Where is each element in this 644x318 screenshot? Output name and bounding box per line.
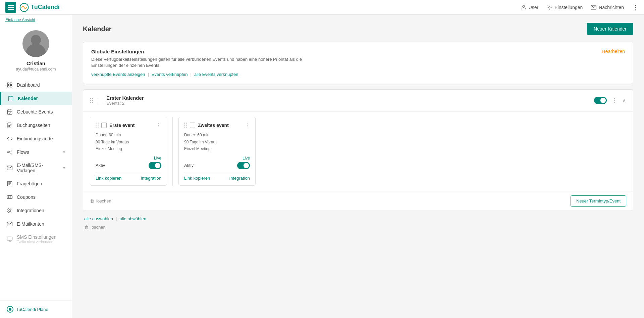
bottom-delete-button[interactable]: 🗑 löschen [84, 225, 106, 230]
sidebar-footer: TuCalendi Pläne [0, 300, 72, 318]
sidebar-nav: Dashboard Kalender Gebuchte Events [0, 78, 72, 300]
gear-icon [546, 4, 552, 10]
event-1-details: Dauer: 60 min 90 Tage im Voraus Einzel M… [96, 132, 161, 152]
sidebar-item-sms-sublabel: Twilio nicht verbunden [17, 240, 56, 244]
svg-line-31 [10, 196, 11, 198]
new-calendar-button[interactable]: Neuer Kalender [587, 23, 633, 35]
link-events-link[interactable]: Events verknüpfen [152, 72, 188, 77]
sidebar-item-email-sms[interactable]: E-Mail/SMS-Vorlagen ▾ [0, 159, 72, 177]
event-2-drag-handle[interactable] [184, 123, 187, 128]
calendar-name: Erster Kalender [106, 95, 590, 101]
sidebar-item-flows-label: Flows [17, 149, 29, 155]
sidebar-item-einbindungscode-label: Einbindungscode [17, 136, 53, 141]
sidebar-item-integrationen-label: Integrationen [17, 208, 44, 213]
global-settings-header: Globale Einstellungen Diese Verfügbarkei… [91, 49, 625, 77]
bottom-trash-icon: 🗑 [84, 225, 89, 230]
event-2-details: Dauer: 60 min 90 Tage im Voraus Einzel M… [184, 132, 250, 152]
calendar-icon [8, 95, 14, 101]
user-nav-item[interactable]: User [521, 4, 539, 10]
email-template-icon [7, 165, 13, 171]
event-1-checkbox[interactable] [101, 123, 107, 128]
messages-label: Nachrichten [599, 5, 624, 10]
sms-icon [7, 236, 13, 242]
messages-nav-item[interactable]: Nachrichten [591, 4, 624, 10]
deselect-all-link[interactable]: alle abwählen [119, 216, 146, 221]
edit-global-settings-button[interactable]: Bearbeiten [602, 49, 625, 54]
event-2-integration-link[interactable]: Integration [229, 176, 250, 181]
sidebar-item-coupons-label: Coupons [17, 194, 36, 200]
event-2-options-button[interactable]: ⋮ [245, 122, 250, 128]
event-card-1-header: Erste event ⋮ [96, 122, 161, 128]
svg-rect-8 [8, 96, 13, 101]
link-all-events-link[interactable]: alle Events verknüpfen [194, 72, 238, 77]
select-all-link[interactable]: alle auswählen [84, 216, 113, 221]
hamburger-button[interactable] [5, 2, 16, 13]
profile-email: ayuda@tucalendi.com [16, 67, 56, 72]
nav-right: User Einstellungen Nachrichten ⋮ [521, 3, 639, 11]
calendar-checkbox[interactable] [97, 98, 102, 103]
new-event-button[interactable]: Neuer Termintyp/Event [571, 195, 626, 207]
nav-left: TuCalendi [5, 2, 60, 13]
event-1-integration-link[interactable]: Integration [141, 176, 161, 181]
calendar-toggle[interactable] [594, 97, 607, 104]
svg-rect-6 [7, 86, 9, 87]
event-1-options-button[interactable]: ⋮ [156, 122, 161, 128]
sidebar-item-sms-label: SMS Einstellungen [17, 234, 56, 240]
plans-label: TuCalendi Pläne [16, 307, 48, 312]
sidebar-item-einbindungscode[interactable]: Einbindungscode [0, 132, 72, 145]
event-2-footer: Link kopieren Integration [184, 173, 250, 181]
event-1-aktiv-row: Aktiv [96, 162, 161, 169]
events-grid: Erste event ⋮ Dauer: 60 min 90 Tage im V… [90, 117, 626, 185]
event-1-link-copy[interactable]: Link kopieren [96, 176, 121, 181]
event-2-aktiv-label: Aktiv [184, 163, 194, 168]
global-settings-description: Diese Verfügbarkeitseinstellungen gelten… [91, 56, 326, 69]
sidebar-item-buchungsseiten-label: Buchungsseiten [17, 123, 50, 128]
settings-nav-item[interactable]: Einstellungen [546, 4, 583, 10]
sidebar-item-dashboard[interactable]: Dashboard [0, 78, 72, 92]
email-sms-chevron-icon: ▾ [63, 166, 65, 170]
calendar-card-header: Erster Kalender Events: 2 ⋮ ∧ [83, 90, 633, 111]
event-card-2-header: Zweites event ⋮ [184, 122, 250, 128]
sidebar-item-flows[interactable]: Flows ▾ [0, 145, 72, 159]
calendar-drag-handle[interactable] [90, 98, 93, 103]
event-2-toggle[interactable] [237, 162, 250, 169]
logo[interactable]: TuCalendi [19, 3, 60, 12]
sidebar-item-kalender[interactable]: Kalender [0, 92, 72, 105]
plans-link[interactable]: TuCalendi Pläne [7, 306, 65, 313]
view-toggle[interactable]: Einfache Ansicht [0, 15, 72, 25]
content-area: Kalender Neuer Kalender Globale Einstell… [72, 15, 644, 318]
sidebar-item-mailkonten-label: E-Mailkonten [17, 221, 44, 227]
calendar-collapse-button[interactable]: ∧ [622, 97, 626, 104]
page-header: Kalender Neuer Kalender [83, 23, 633, 35]
logo-icon [19, 3, 29, 12]
sidebar-item-buchungsseiten[interactable]: Buchungsseiten [0, 119, 72, 132]
more-options-button[interactable]: ⋮ [632, 3, 639, 11]
sidebar-item-coupons[interactable]: Coupons [0, 190, 72, 204]
calendar-options-button[interactable]: ⋮ [610, 96, 619, 105]
sidebar-item-sms-settings[interactable]: SMS Einstellungen Twilio nicht verbunden [0, 231, 72, 247]
event-1-drag-handle[interactable] [96, 123, 99, 128]
sidebar-item-integrationen[interactable]: Integrationen [0, 204, 72, 217]
event-2-link-copy[interactable]: Link kopieren [184, 176, 210, 181]
show-linked-events-link[interactable]: verknüpfte Events anzeigen [91, 72, 145, 77]
select-actions: alle auswählen | alle abwählen [84, 216, 632, 221]
event-card-1: Erste event ⋮ Dauer: 60 min 90 Tage im V… [90, 117, 167, 185]
coupon-icon [7, 194, 13, 200]
event-1-aktiv-label: Aktiv [96, 163, 105, 168]
calendar-delete-button[interactable]: 🗑 löschen [90, 198, 111, 203]
plans-dot-icon [7, 306, 13, 313]
global-settings-links: verknüpfte Events anzeigen | Events verk… [91, 72, 326, 77]
sidebar-item-mailkonten[interactable]: E-Mailkonten [0, 217, 72, 231]
event-1-toggle[interactable] [149, 162, 161, 169]
integration-icon [7, 208, 13, 214]
sidebar-item-fragebögen[interactable]: Fragebögen [0, 177, 72, 190]
profile-name: Cristian [26, 60, 45, 66]
svg-point-20 [11, 150, 12, 151]
calendar-card-footer: 🗑 löschen Neuer Termintyp/Event [83, 191, 633, 211]
calendar-events-count: Events: 2 [106, 101, 590, 106]
sidebar-item-gebuchte-events[interactable]: Gebuchte Events [0, 105, 72, 119]
user-icon [521, 4, 527, 10]
event-2-checkbox[interactable] [190, 123, 195, 128]
event-2-aktiv-row: Aktiv [184, 162, 250, 169]
svg-rect-5 [10, 83, 12, 84]
